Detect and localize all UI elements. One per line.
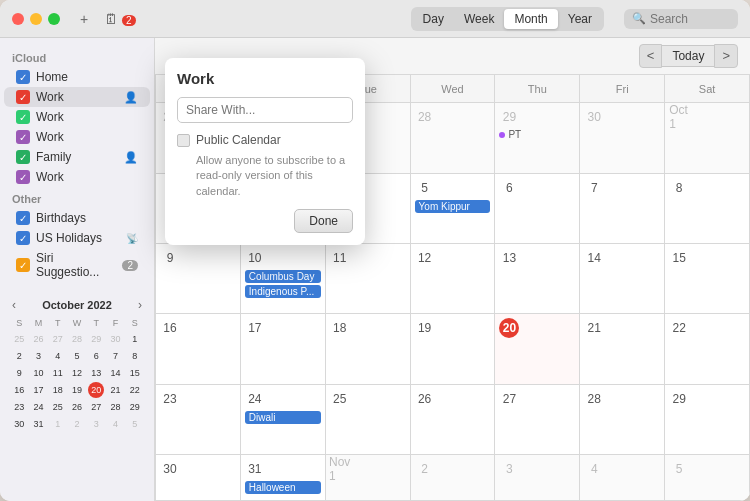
mini-day-header-1: M	[29, 316, 47, 330]
mini-day[interactable]: 23	[11, 399, 27, 415]
sidebar-item-home[interactable]: Home	[4, 67, 150, 87]
calendar-main: < Today > Sun Mon Tue Wed Thu Fri Sat 25…	[155, 38, 750, 501]
close-button[interactable]	[12, 13, 24, 25]
mini-day[interactable]: 13	[88, 365, 104, 381]
mini-day[interactable]: 8	[127, 348, 143, 364]
mini-day[interactable]: 4	[108, 416, 124, 432]
work2-checkbox[interactable]	[16, 110, 30, 124]
other-section-title: Other	[0, 187, 154, 208]
mini-day[interactable]: 29	[88, 331, 104, 347]
view-day[interactable]: Day	[413, 9, 454, 29]
add-event-button[interactable]: +	[76, 9, 92, 29]
mini-day[interactable]: 26	[69, 399, 85, 415]
minimize-button[interactable]	[30, 13, 42, 25]
sidebar-item-work-4[interactable]: Work	[4, 167, 150, 187]
done-button[interactable]: Done	[294, 209, 353, 233]
view-week[interactable]: Week	[454, 9, 504, 29]
popup-description: Allow anyone to subscribe to a read-only…	[196, 153, 353, 199]
siri-label: Siri Suggestio...	[36, 251, 116, 279]
mini-day[interactable]: 30	[108, 331, 124, 347]
home-checkbox[interactable]	[16, 70, 30, 84]
work3-checkbox[interactable]	[16, 130, 30, 144]
mini-day[interactable]: 2	[69, 416, 85, 432]
mini-day[interactable]: 22	[127, 382, 143, 398]
sidebar-item-us-holidays[interactable]: US Holidays 📡	[4, 228, 150, 248]
share-icon: 👤	[124, 91, 138, 104]
sidebar-item-work-1[interactable]: Work 👤	[4, 87, 150, 107]
mini-day[interactable]: 3	[30, 348, 46, 364]
mini-cal-next[interactable]: ›	[136, 298, 144, 312]
mini-cal-prev[interactable]: ‹	[10, 298, 18, 312]
mini-day[interactable]: 5	[69, 348, 85, 364]
mini-day[interactable]: 19	[69, 382, 85, 398]
traffic-lights	[12, 13, 60, 25]
mini-day[interactable]: 27	[50, 331, 66, 347]
view-switcher: Day Week Month Year	[411, 7, 604, 31]
mini-day[interactable]: 6	[88, 348, 104, 364]
public-calendar-checkbox[interactable]	[177, 134, 190, 147]
mini-day[interactable]: 12	[69, 365, 85, 381]
search-input[interactable]	[650, 12, 730, 26]
work4-checkbox[interactable]	[16, 170, 30, 184]
us-holidays-checkbox[interactable]	[16, 231, 30, 245]
work2-label: Work	[36, 110, 138, 124]
mini-day[interactable]: 4	[50, 348, 66, 364]
view-month[interactable]: Month	[504, 9, 557, 29]
mini-calendar: ‹ October 2022 › S M T W T F S 25 26 27	[0, 290, 154, 440]
family-checkbox[interactable]	[16, 150, 30, 164]
mini-day[interactable]: 10	[30, 365, 46, 381]
public-calendar-row: Public Calendar	[177, 133, 353, 147]
mini-day[interactable]: 14	[108, 365, 124, 381]
sidebar-item-work-3[interactable]: Work	[4, 127, 150, 147]
mini-day-header-4: T	[87, 316, 105, 330]
work1-checkbox[interactable]	[16, 90, 30, 104]
mini-day[interactable]: 21	[108, 382, 124, 398]
work1-label: Work	[36, 90, 118, 104]
mini-day[interactable]: 5	[127, 416, 143, 432]
sidebar-item-family[interactable]: Family 👤	[4, 147, 150, 167]
public-calendar-label: Public Calendar	[196, 133, 281, 147]
mini-day[interactable]: 7	[108, 348, 124, 364]
mini-day[interactable]: 1	[127, 331, 143, 347]
main-content: iCloud Home Work 👤 Work Work Family	[0, 38, 750, 501]
mini-day[interactable]: 3	[88, 416, 104, 432]
notification-badge: 2	[122, 15, 136, 26]
mini-day[interactable]: 25	[50, 399, 66, 415]
mini-day[interactable]: 24	[30, 399, 46, 415]
mini-day-today[interactable]: 20	[88, 382, 104, 398]
mini-day-header-3: W	[68, 316, 86, 330]
mini-day[interactable]: 25	[11, 331, 27, 347]
mini-day[interactable]: 16	[11, 382, 27, 398]
notification-button[interactable]: 🗓 2	[100, 9, 139, 29]
share-popup: Work Public Calendar Allow anyone to sub…	[165, 58, 365, 245]
view-year[interactable]: Year	[558, 9, 602, 29]
mini-day[interactable]: 30	[11, 416, 27, 432]
siri-checkbox[interactable]	[16, 258, 30, 272]
mini-day[interactable]: 15	[127, 365, 143, 381]
mini-day[interactable]: 9	[11, 365, 27, 381]
mini-day[interactable]: 2	[11, 348, 27, 364]
share-with-input[interactable]	[177, 97, 353, 123]
sidebar-item-work-2[interactable]: Work	[4, 107, 150, 127]
mini-day[interactable]: 1	[50, 416, 66, 432]
mini-day[interactable]: 28	[69, 331, 85, 347]
birthdays-checkbox[interactable]	[16, 211, 30, 225]
mini-day[interactable]: 27	[88, 399, 104, 415]
sidebar-item-birthdays[interactable]: Birthdays	[4, 208, 150, 228]
mini-day[interactable]: 31	[30, 416, 46, 432]
mini-day[interactable]: 18	[50, 382, 66, 398]
mini-day[interactable]: 11	[50, 365, 66, 381]
mini-day[interactable]: 26	[30, 331, 46, 347]
mini-day-header-2: T	[49, 316, 67, 330]
mini-day[interactable]: 29	[127, 399, 143, 415]
us-holidays-label: US Holidays	[36, 231, 120, 245]
work3-label: Work	[36, 130, 138, 144]
home-label: Home	[36, 70, 138, 84]
mini-day[interactable]: 28	[108, 399, 124, 415]
mini-day[interactable]: 17	[30, 382, 46, 398]
title-bar: + 🗓 2 Day Week Month Year 🔍	[0, 0, 750, 38]
maximize-button[interactable]	[48, 13, 60, 25]
mini-cal-grid: S M T W T F S 25 26 27 28 29 30 1 2	[10, 316, 144, 432]
sidebar-item-siri[interactable]: Siri Suggestio... 2	[4, 248, 150, 282]
mini-day-header-0: S	[10, 316, 28, 330]
